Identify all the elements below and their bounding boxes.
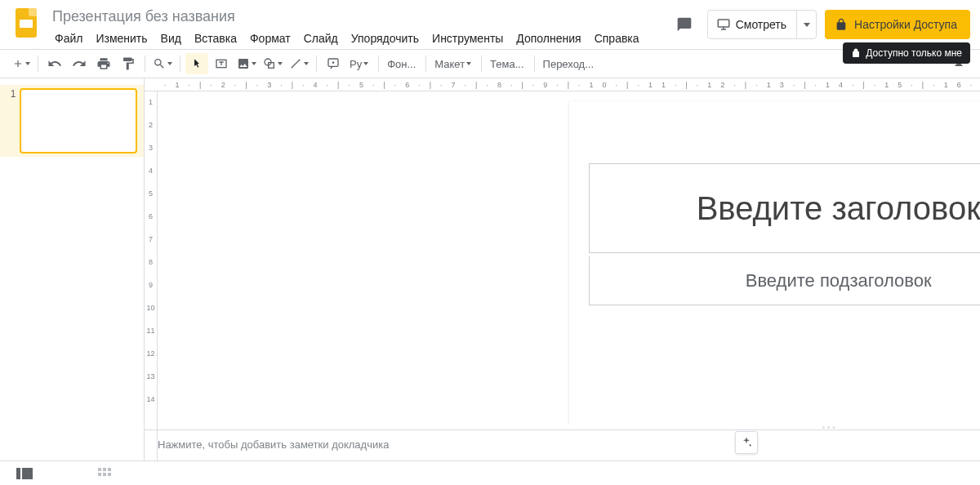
redo-button[interactable] (68, 53, 91, 74)
svg-rect-11 (103, 473, 106, 476)
toolbar: Ру Фон... Макет Тема... Переход... (0, 49, 980, 78)
background-button[interactable]: Фон... (384, 58, 421, 70)
menu-slide[interactable]: Слайд (298, 29, 344, 48)
slide-canvas[interactable]: Введите заголовок Введите подзаголовок (569, 101, 980, 425)
paint-format-button[interactable] (117, 53, 140, 74)
speaker-notes[interactable]: Нажмите, чтобы добавить заметки докладчи… (145, 429, 980, 461)
horizontal-ruler: ·1·|·2·|·3·|·4·|·5·|·6·|·7·|·8·|·9·|·10·… (145, 78, 980, 91)
bottom-bar (0, 461, 980, 485)
print-button[interactable] (92, 53, 115, 74)
comments-icon[interactable] (670, 10, 699, 39)
menu-file[interactable]: Файл (49, 29, 88, 48)
explore-button[interactable] (735, 431, 758, 454)
menu-insert[interactable]: Вставка (189, 29, 243, 48)
present-dropdown[interactable] (796, 11, 816, 38)
menu-arrange[interactable]: Упорядочить (345, 29, 425, 48)
menu-format[interactable]: Формат (244, 29, 296, 48)
share-button[interactable]: Настройки Доступа (825, 10, 970, 39)
slide-thumbnail-1[interactable]: 1 (0, 85, 144, 157)
filmstrip: 1 (0, 78, 145, 461)
svg-rect-8 (103, 468, 106, 471)
undo-button[interactable] (43, 53, 66, 74)
menu-addons[interactable]: Дополнения (510, 29, 586, 48)
layout-button[interactable]: Макет (431, 58, 476, 70)
svg-rect-7 (98, 468, 101, 471)
canvas-scroll[interactable]: Введите заголовок Введите подзаголовок (145, 91, 980, 425)
menu-help[interactable]: Справка (589, 29, 645, 48)
menu-view[interactable]: Вид (155, 29, 187, 48)
select-tool[interactable] (185, 53, 208, 74)
slide-title-placeholder[interactable]: Введите заголовок (589, 163, 980, 253)
svg-rect-9 (108, 468, 111, 471)
app-logo[interactable] (10, 7, 42, 39)
header-actions: Смотреть Настройки Доступа Доступно толь… (670, 7, 970, 39)
svg-rect-12 (108, 473, 111, 476)
present-button[interactable]: Смотреть (707, 10, 817, 39)
header: Презентация без названия Файл Изменить В… (0, 0, 980, 49)
new-slide-button[interactable] (10, 53, 33, 74)
image-tool[interactable] (234, 53, 259, 74)
thumb-number: 1 (7, 85, 20, 157)
vertical-ruler: 1234567891011121314 (145, 91, 158, 461)
slide-subtitle-placeholder[interactable]: Введите подзаголовок (589, 256, 980, 305)
share-label: Настройки Доступа (854, 18, 957, 31)
comment-tool[interactable] (322, 53, 345, 74)
theme-button[interactable]: Тема... (487, 58, 528, 70)
main: 1 ·1·|·2·|·3·|·4·|·5·|·6·|·7·|·8·|·9·|·1… (0, 78, 980, 461)
svg-rect-6 (22, 468, 33, 479)
menubar: Файл Изменить Вид Вставка Формат Слайд У… (49, 29, 670, 48)
present-label: Смотреть (736, 18, 786, 31)
line-tool[interactable] (287, 53, 311, 74)
doc-title[interactable]: Презентация без названия (49, 7, 670, 27)
svg-rect-5 (16, 468, 20, 479)
title-block: Презентация без названия Файл Изменить В… (49, 7, 670, 48)
svg-rect-10 (98, 473, 101, 476)
menu-tools[interactable]: Инструменты (426, 29, 509, 48)
transition-button[interactable]: Переход... (540, 58, 599, 70)
shape-tool[interactable] (261, 53, 285, 74)
canvas-area: ·1·|·2·|·3·|·4·|·5·|·6·|·7·|·8·|·9·|·10·… (145, 78, 980, 461)
input-language[interactable]: Ру (346, 58, 373, 70)
filmstrip-view-icon[interactable] (16, 468, 33, 479)
menu-edit[interactable]: Изменить (90, 29, 153, 48)
svg-rect-0 (718, 20, 729, 27)
zoom-button[interactable] (150, 53, 175, 74)
grid-view-icon[interactable] (98, 468, 114, 479)
share-tooltip: Доступно только мне (843, 42, 970, 64)
textbox-tool[interactable] (210, 53, 233, 74)
